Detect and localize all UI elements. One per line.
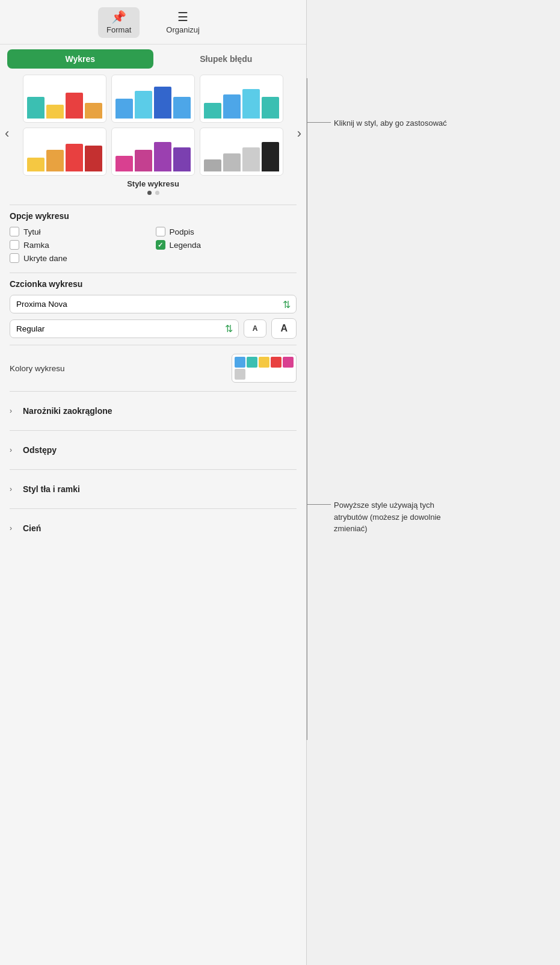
format-label: Format: [106, 25, 131, 34]
chart-thumb-2[interactable]: [111, 75, 195, 123]
collapse-arrow-cien: ›: [10, 524, 18, 532]
color-swatches[interactable]: [232, 354, 297, 383]
annotation-callout-1: Kliknij w styl, aby go zastosować: [307, 117, 447, 129]
swatch-3: [259, 357, 269, 368]
color-row: Kolory wykresu: [10, 351, 297, 385]
checkbox-grid: Tytuł Podpis Ramka Legenda Ukryte dane: [10, 227, 297, 263]
collapse-arrow-styl-tla: ›: [10, 485, 18, 493]
divider-3: [10, 345, 297, 345]
collapse-arrow-narozniki: ›: [10, 407, 18, 415]
organize-icon: ☰: [177, 11, 188, 23]
collapse-styl-tla-label: Styl tła i ramki: [23, 484, 80, 494]
checkbox-podpis[interactable]: [156, 227, 165, 236]
annotations-area: Kliknij w styl, aby go zastosować Powyżs…: [307, 0, 560, 965]
collapse-cien[interactable]: › Cień: [0, 515, 306, 541]
tab-wykres[interactable]: Wykres: [7, 49, 153, 69]
collapse-odstepy-label: Odstępy: [23, 445, 57, 455]
font-name-wrapper: Proxima Nova Helvetica Neue Arial Times …: [10, 295, 297, 313]
chart-thumb-3[interactable]: [200, 75, 283, 123]
checkbox-ukryte-item: Ukryte dane: [10, 253, 297, 263]
chart-thumb-6[interactable]: [200, 128, 283, 176]
chart-thumb-1[interactable]: [23, 75, 106, 123]
annotation-callout-2: Powyższe style używają tych atrybutów (m…: [307, 499, 448, 535]
collapse-arrow-odstepy: ›: [10, 446, 18, 454]
annotation-text-1: Kliknij w styl, aby go zastosować: [334, 117, 447, 129]
ann-h-line-2: [307, 504, 331, 505]
chart-grid-bottom: [10, 128, 297, 176]
checkbox-ukryte-label: Ukryte dane: [23, 254, 67, 263]
chart-styles-label: Style wykresu: [10, 179, 297, 188]
swatch-4: [271, 357, 282, 368]
divider-2: [10, 273, 297, 273]
checkbox-legenda-item: Legenda: [156, 240, 297, 250]
font-name-select[interactable]: Proxima Nova Helvetica Neue Arial Times …: [10, 295, 297, 313]
collapse-odstepy[interactable]: › Odstępy: [0, 437, 306, 463]
font-style-row: Regular Bold Italic Bold Italic ⇅ A A: [10, 318, 297, 339]
organize-button[interactable]: ☰ Organizuj: [158, 7, 208, 38]
divider-4: [10, 391, 297, 392]
opcje-wykresu-title: Opcje wykresu: [10, 211, 297, 221]
font-decrease-button[interactable]: A: [244, 319, 267, 338]
collapse-styl-tla[interactable]: › Styl tła i ramki: [0, 476, 306, 502]
collapse-narozniki-label: Narożniki zaokrąglone: [23, 406, 112, 416]
opcje-wykresu-section: Opcje wykresu Tytuł Podpis Ramka Legenda: [0, 211, 306, 267]
checkbox-legenda-label: Legenda: [170, 241, 202, 250]
font-increase-button[interactable]: A: [271, 318, 297, 339]
chart-thumb-4[interactable]: [23, 128, 106, 176]
swatch-5: [283, 357, 294, 368]
collapse-cien-label: Cień: [23, 523, 41, 533]
checkbox-tytul[interactable]: [10, 227, 19, 236]
kolory-wykresu-section: Kolory wykresu: [0, 351, 306, 385]
next-chart-button[interactable]: ›: [294, 123, 305, 144]
checkbox-podpis-item: Podpis: [156, 227, 297, 236]
divider-7: [10, 508, 297, 509]
collapse-narozniki[interactable]: › Narożniki zaokrąglone: [0, 398, 306, 424]
ann-h-line-1: [307, 122, 331, 123]
divider-5: [10, 430, 297, 431]
checkbox-ramka[interactable]: [10, 240, 19, 250]
divider-6: [10, 469, 297, 470]
tab-bar: Wykres Słupek błędu: [0, 45, 306, 69]
chart-thumb-5[interactable]: [111, 128, 195, 176]
dot-1: [147, 191, 152, 195]
checkbox-ramka-label: Ramka: [23, 241, 49, 250]
checkbox-tytul-item: Tytuł: [10, 227, 151, 236]
czcionka-wykresu-title: Czcionka wykresu: [10, 279, 297, 289]
page-dots: [10, 191, 297, 195]
tab-slupek-bledu[interactable]: Słupek błędu: [153, 49, 300, 69]
color-label: Kolory wykresu: [10, 364, 65, 373]
swatch-2: [247, 357, 257, 368]
organize-label: Organizuj: [166, 25, 200, 34]
font-style-select[interactable]: Regular Bold Italic Bold Italic: [10, 319, 239, 338]
checkbox-ramka-item: Ramka: [10, 240, 151, 250]
checkbox-ukryte[interactable]: [10, 253, 19, 263]
chart-grid-top: [10, 75, 297, 123]
chart-styles-area: ‹: [0, 69, 306, 199]
font-style-wrapper: Regular Bold Italic Bold Italic ⇅: [10, 319, 239, 338]
annotation-text-2: Powyższe style używają tych atrybutów (m…: [334, 499, 448, 535]
format-button[interactable]: 📌 Format: [98, 7, 140, 38]
divider-1: [10, 205, 297, 205]
annotation-line-v: [307, 78, 307, 740]
swatch-1: [235, 357, 245, 368]
dot-2: [155, 191, 159, 195]
prev-chart-button[interactable]: ‹: [1, 123, 13, 144]
swatch-6: [235, 369, 245, 380]
czcionka-wykresu-section: Czcionka wykresu Proxima Nova Helvetica …: [0, 279, 306, 339]
format-icon: 📌: [111, 11, 126, 23]
checkbox-podpis-label: Podpis: [170, 227, 194, 236]
checkbox-legenda[interactable]: [156, 240, 165, 250]
checkbox-tytul-label: Tytuł: [23, 227, 41, 236]
